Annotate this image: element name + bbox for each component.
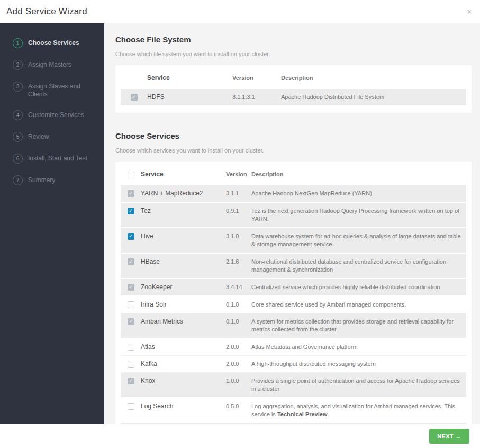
service-version-cell: 2.0.0 [226, 360, 251, 368]
table-row: ✓ Ambari Metrics 0.1.0 A system for metr… [121, 313, 466, 338]
row-checkbox[interactable]: ✓ [128, 208, 134, 214]
wizard-body: 1 Choose Services 2 Assign Masters 3 Ass… [0, 23, 480, 424]
close-icon[interactable]: × [467, 8, 472, 15]
service-version-cell: 0.1.0 [226, 318, 251, 326]
service-version-cell: 1.0.0 [226, 377, 251, 385]
sidebar-step: 1 Choose Services [13, 38, 97, 48]
table-row: Log Search 0.5.0 Log aggregation, analys… [121, 398, 466, 423]
services-rows: ✓ YARN + MapReduce2 3.1.1 Apache Hadoop … [121, 185, 466, 424]
col-header-description: Description [251, 171, 466, 178]
row-checkbox: ✓ [128, 190, 134, 197]
service-version-cell: 0.9.1 [226, 207, 251, 215]
step-label: Customize Services [28, 110, 84, 119]
file-system-table-header: Service Version Description [121, 67, 466, 89]
header-checkbox-spacer [121, 78, 147, 78]
step-label: Review [28, 131, 49, 141]
service-name-cell: Kafka [141, 360, 226, 368]
row-checkbox: ✓ [131, 94, 138, 101]
sidebar-step: 2 Assign Masters [13, 59, 97, 70]
service-description-cell: Provides a single point of authenticatio… [251, 377, 466, 393]
row-checkbox-cell: ✓ [121, 190, 141, 197]
service-description-cell: A system for metrics collection that pro… [251, 318, 466, 334]
services-table: Service Version Description ✓ YARN + Map… [115, 162, 472, 424]
row-checkbox-cell [121, 402, 141, 410]
table-row: ✓ Knox 1.0.0 Provides a single point of … [121, 373, 466, 397]
table-row: Infra Solr 0.1.0 Core shared service use… [121, 297, 466, 313]
row-checkbox-cell: ✓ [121, 318, 141, 325]
service-version-cell: 3.1.1.3.1 [232, 93, 281, 101]
service-name-cell: Atlas [141, 343, 226, 351]
row-checkbox-cell: ✓ [121, 283, 141, 291]
service-description-cell: Log aggregation, analysis, and visualiza… [251, 402, 466, 418]
steps-list: 1 Choose Services 2 Assign Masters 3 Ass… [0, 38, 104, 185]
service-description-cell: A high-throughput distributed messaging … [251, 360, 466, 368]
step-number-badge: 3 [13, 82, 23, 92]
table-row: ✓ Hive 3.1.0 Data warehouse system for a… [121, 228, 466, 253]
row-checkbox-cell: ✓ [121, 258, 141, 265]
row-checkbox[interactable] [128, 344, 134, 351]
file-system-table: Service Version Description ✓ HDFS 3.1.1… [115, 65, 472, 113]
row-checkbox-cell: ✓ [121, 232, 141, 240]
table-row: ✓ YARN + MapReduce2 3.1.1 Apache Hadoop … [121, 185, 466, 202]
step-number-badge: 7 [13, 175, 23, 185]
service-name-cell: Ambari Metrics [141, 318, 226, 326]
table-row: Atlas 2.0.0 Atlas Metadata and Governanc… [121, 339, 466, 356]
service-name-cell: ZooKeeper [141, 283, 226, 291]
table-row: ✓ HBase 2.1.6 Non-relational distributed… [121, 254, 466, 278]
col-header-version: Version [226, 171, 251, 178]
row-checkbox-cell [121, 360, 141, 368]
window-title-bar: Add Service Wizard × [0, 0, 480, 23]
row-checkbox: ✓ [128, 378, 134, 384]
service-version-cell: 2.1.6 [226, 258, 251, 266]
service-description-cell: Core shared service used by Ambari manag… [251, 301, 466, 309]
step-number-badge: 4 [13, 110, 23, 120]
service-name-cell: HBase [141, 258, 226, 266]
service-name-cell: Log Search [141, 402, 226, 410]
sidebar-step: 4 Customize Services [13, 110, 97, 120]
wizard-footer: NEXT → [0, 424, 480, 448]
select-all-checkbox[interactable] [128, 172, 134, 178]
step-label: Choose Services [28, 38, 79, 47]
service-description-cell: Data warehouse system for ad-hoc queries… [251, 232, 466, 248]
service-name-cell: Tez [141, 207, 226, 215]
step-number-badge: 1 [13, 38, 23, 48]
service-description-cell: Apache Hadoop Distributed File System [281, 93, 466, 101]
col-header-description: Description [281, 74, 466, 82]
step-label: Assign Slaves and Clients [28, 81, 97, 98]
row-checkbox: ✓ [128, 258, 134, 265]
row-checkbox: ✓ [128, 318, 134, 325]
services-subtext: Choose which services you want to instal… [115, 147, 472, 154]
step-label: Assign Masters [28, 59, 71, 69]
table-row: ✓ ZooKeeper 3.4.14 Centralized service w… [121, 279, 466, 295]
file-system-rows: ✓ HDFS 3.1.1.3.1 Apache Hadoop Distribut… [121, 89, 466, 105]
service-name-cell: Knox [141, 377, 226, 385]
service-version-cell: 0.5.0 [226, 402, 251, 410]
wizard-content: Choose File System Choose which file sys… [104, 23, 480, 424]
step-number-badge: 6 [13, 154, 23, 164]
services-table-header: Service Version Description [121, 164, 466, 185]
window-title: Add Service Wizard [6, 6, 87, 17]
row-checkbox: ✓ [128, 284, 134, 291]
service-version-cell: 0.1.0 [226, 301, 251, 309]
file-system-heading: Choose File System [115, 31, 472, 44]
row-checkbox-cell: ✓ [121, 207, 141, 214]
table-row: ✓ Tez 0.9.1 Tez is the next generation H… [121, 203, 466, 227]
col-header-service: Service [141, 171, 226, 178]
step-label: Summary [28, 175, 55, 184]
row-checkbox[interactable] [128, 361, 134, 368]
row-checkbox[interactable] [128, 301, 134, 308]
step-number-badge: 5 [13, 132, 23, 142]
col-header-version: Version [232, 74, 281, 82]
next-button[interactable]: NEXT → [429, 429, 469, 444]
file-system-subtext: Choose which file system you want to ins… [115, 51, 472, 57]
row-checkbox-cell [121, 343, 141, 351]
service-description-cell: Non-relational distributed database and … [251, 258, 466, 274]
service-description-cell: Atlas Metadata and Governance platform [251, 343, 466, 351]
services-heading: Choose Services [115, 127, 472, 140]
col-header-service: Service [147, 74, 232, 82]
row-checkbox-cell [121, 301, 141, 308]
row-checkbox[interactable] [128, 403, 134, 410]
service-version-cell: 3.1.0 [226, 232, 251, 240]
service-description-cell: Apache Hadoop NextGen MapReduce (YARN) [251, 190, 466, 198]
row-checkbox[interactable]: ✓ [128, 233, 134, 240]
